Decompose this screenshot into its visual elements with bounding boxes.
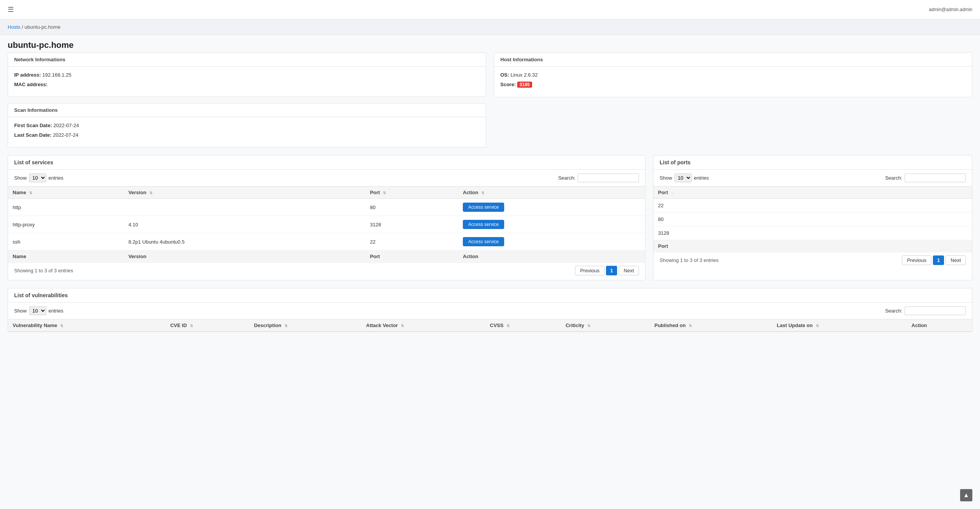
table-row: 22 bbox=[653, 199, 972, 213]
ports-controls: Show 10 25 50 entries Search: bbox=[653, 170, 972, 186]
vuln-col-description[interactable]: Description ⇅ bbox=[249, 319, 361, 332]
services-title: List of services bbox=[8, 155, 645, 170]
services-table: Name ⇅ Version ⇅ Port ⇅ Action ⇅ http 80… bbox=[8, 186, 645, 263]
last-scan-value-text: 2022-07-24 bbox=[53, 132, 78, 138]
ports-section: List of ports Show 10 25 50 entries Sear… bbox=[653, 155, 972, 280]
vuln-search-input[interactable] bbox=[905, 306, 966, 315]
services-footer-name: Name bbox=[8, 250, 124, 263]
services-show-label: Show bbox=[14, 175, 27, 181]
sort-icon-name: ⇅ bbox=[29, 191, 32, 195]
services-col-action[interactable]: Action ⇅ bbox=[458, 187, 645, 199]
vulnerabilities-title: List of vulnerabilities bbox=[8, 288, 972, 303]
vuln-search-box: Search: bbox=[885, 306, 966, 315]
vuln-col-name[interactable]: Vulnerability Name ⇅ bbox=[8, 319, 166, 332]
services-col-port[interactable]: Port ⇅ bbox=[365, 187, 458, 199]
access-service-button[interactable]: Access service bbox=[463, 203, 504, 212]
vuln-show-select[interactable]: 10 25 50 bbox=[29, 306, 46, 315]
access-service-button[interactable]: Access service bbox=[463, 220, 504, 229]
services-search-label: Search: bbox=[558, 175, 575, 181]
services-section: List of services Show 10 25 50 entries S… bbox=[8, 155, 645, 280]
sort-icon-version: ⇅ bbox=[149, 191, 152, 195]
service-version: 8.2p1 Ubuntu 4ubuntu0.5 bbox=[124, 233, 365, 250]
ports-search-input[interactable] bbox=[905, 173, 966, 182]
vuln-col-cveid[interactable]: CVE ID ⇅ bbox=[166, 319, 250, 332]
sort-icon-vuln-name: ⇅ bbox=[60, 324, 63, 328]
tables-row: List of services Show 10 25 50 entries S… bbox=[8, 155, 972, 280]
ports-pagination: Showing 1 to 3 of 3 entries Previous 1 N… bbox=[653, 252, 972, 270]
vuln-col-published[interactable]: Published on ⇅ bbox=[650, 319, 773, 332]
services-search-input[interactable] bbox=[578, 173, 639, 182]
score-value: 3185 bbox=[517, 82, 532, 88]
service-action: Access service bbox=[458, 216, 645, 233]
page-title: ubuntu-pc.home bbox=[0, 35, 980, 52]
ports-show-entries: Show 10 25 50 entries bbox=[660, 173, 709, 182]
service-name: http bbox=[8, 199, 124, 216]
first-scan-label: First Scan Date: bbox=[14, 123, 52, 128]
os-row: OS: Linux 2.6.32 bbox=[500, 72, 966, 78]
services-show-select[interactable]: 10 25 50 bbox=[29, 173, 46, 182]
services-page-num: 1 bbox=[606, 266, 617, 275]
hamburger-icon[interactable]: ☰ bbox=[8, 5, 14, 14]
port-value: 3128 bbox=[653, 226, 972, 240]
vuln-controls: Show 10 25 50 entries Search: bbox=[8, 303, 972, 319]
port-value: 80 bbox=[653, 213, 972, 226]
host-info-title: Host Informations bbox=[494, 53, 972, 67]
vuln-col-criticity[interactable]: Criticity ⇅ bbox=[561, 319, 650, 332]
vuln-col-action[interactable]: Action bbox=[907, 319, 972, 332]
scan-info-title: Scan Informations bbox=[8, 103, 486, 117]
ports-title: List of ports bbox=[653, 155, 972, 170]
services-footer-version: Version bbox=[124, 250, 365, 263]
ports-entries-label: entries bbox=[694, 175, 709, 181]
ports-col-port[interactable]: Port ↑ bbox=[653, 187, 972, 199]
ports-showing: Showing 1 to 3 of 3 entries bbox=[660, 257, 719, 263]
first-scan-row: First Scan Date: 2022-07-24 bbox=[14, 123, 480, 128]
services-entries-label: entries bbox=[49, 175, 64, 181]
sort-icon-published: ⇅ bbox=[689, 324, 692, 328]
port-value: 22 bbox=[653, 199, 972, 213]
services-pagination: Showing 1 to 3 of 3 entries Previous 1 N… bbox=[8, 263, 645, 280]
services-col-version[interactable]: Version ⇅ bbox=[124, 187, 365, 199]
mac-row: MAC address: bbox=[14, 82, 480, 87]
sort-icon-cvss: ⇅ bbox=[506, 324, 510, 328]
ports-pagination-buttons: Previous 1 Next bbox=[902, 255, 966, 265]
vulnerabilities-section: List of vulnerabilities Show 10 25 50 en… bbox=[8, 288, 972, 332]
sort-icon-criticity: ⇅ bbox=[587, 324, 590, 328]
services-showing: Showing 1 to 3 of 3 entries bbox=[14, 268, 73, 273]
services-search-box: Search: bbox=[558, 173, 639, 182]
breadcrumb-hosts-link[interactable]: Hosts bbox=[8, 24, 20, 30]
ports-prev-button[interactable]: Previous bbox=[902, 255, 931, 265]
sort-icon-port-col: ↑ bbox=[671, 191, 673, 195]
scan-info-card: Scan Informations First Scan Date: 2022-… bbox=[8, 103, 486, 147]
vuln-col-attack-vector[interactable]: Attack Vector ⇅ bbox=[361, 319, 485, 332]
sort-icon-port: ⇅ bbox=[383, 191, 386, 195]
network-info-card: Network Informations IP address: 192.168… bbox=[8, 52, 486, 97]
host-info-body: OS: Linux 2.6.32 Score: 3185 bbox=[494, 67, 972, 97]
services-pagination-buttons: Previous 1 Next bbox=[575, 266, 639, 275]
first-scan-value-text: 2022-07-24 bbox=[54, 123, 79, 128]
ports-next-button[interactable]: Next bbox=[946, 255, 966, 265]
breadcrumb-current: ubuntu-pc.home bbox=[24, 24, 60, 30]
vuln-col-cvss[interactable]: CVSS ⇅ bbox=[485, 319, 561, 332]
services-next-button[interactable]: Next bbox=[619, 266, 639, 275]
table-row: http 80 Access service bbox=[8, 199, 645, 216]
ports-show-select[interactable]: 10 25 50 bbox=[675, 173, 692, 182]
service-port: 80 bbox=[365, 199, 458, 216]
services-prev-button[interactable]: Previous bbox=[575, 266, 604, 275]
service-version: 4.10 bbox=[124, 216, 365, 233]
sort-icon-attack-vector: ⇅ bbox=[401, 324, 404, 328]
network-info-title: Network Informations bbox=[8, 53, 486, 67]
services-footer-action: Action bbox=[458, 250, 645, 263]
vuln-col-last-update[interactable]: Last Update on ⇅ bbox=[772, 319, 907, 332]
sort-icon-description: ⇅ bbox=[284, 324, 287, 328]
os-value-text: Linux 2.6.32 bbox=[511, 72, 538, 78]
access-service-button[interactable]: Access service bbox=[463, 237, 504, 246]
service-name: http-proxy bbox=[8, 216, 124, 233]
breadcrumb: Hosts / ubuntu-pc.home bbox=[0, 20, 980, 35]
services-controls: Show 10 25 50 entries Search: bbox=[8, 170, 645, 186]
breadcrumb-separator: / bbox=[22, 24, 24, 30]
header: ☰ admin@admin.admin bbox=[0, 0, 980, 20]
table-row: http-proxy 4.10 3128 Access service bbox=[8, 216, 645, 233]
services-col-name[interactable]: Name ⇅ bbox=[8, 187, 124, 199]
services-footer-port: Port bbox=[365, 250, 458, 263]
vuln-search-label: Search: bbox=[885, 308, 902, 314]
